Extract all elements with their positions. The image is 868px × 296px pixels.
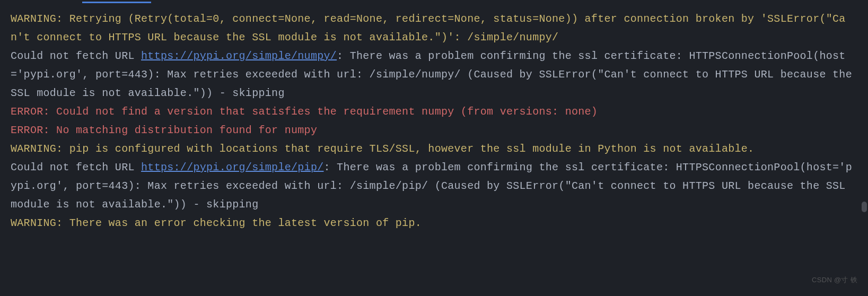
terminal-text-warning: WARNING: pip is configured with location… [11, 143, 754, 155]
terminal-text-plain: Could not fetch URL [11, 50, 141, 62]
terminal-output[interactable]: WARNING: Retrying (Retry(total=0, connec… [11, 10, 857, 232]
terminal-link[interactable]: https://pypi.org/simple/numpy/ [141, 50, 337, 62]
terminal-text-plain: Could not fetch URL [11, 161, 141, 173]
terminal-link[interactable]: https://pypi.org/simple/pip/ [141, 161, 323, 173]
terminal-text-warning: WARNING: Retrying (Retry(total=0, connec… [11, 13, 846, 43]
terminal-text-error: ERROR: Could not find a version that sat… [11, 106, 598, 118]
terminal-text-error: ERROR: No matching distribution found fo… [11, 124, 317, 136]
watermark: CSDN @寸 铁 [812, 274, 857, 286]
tab-active-indicator [82, 2, 151, 3]
terminal-text-warning: WARNING: There was an error checking the… [11, 217, 422, 229]
scrollbar-thumb[interactable] [862, 202, 867, 212]
